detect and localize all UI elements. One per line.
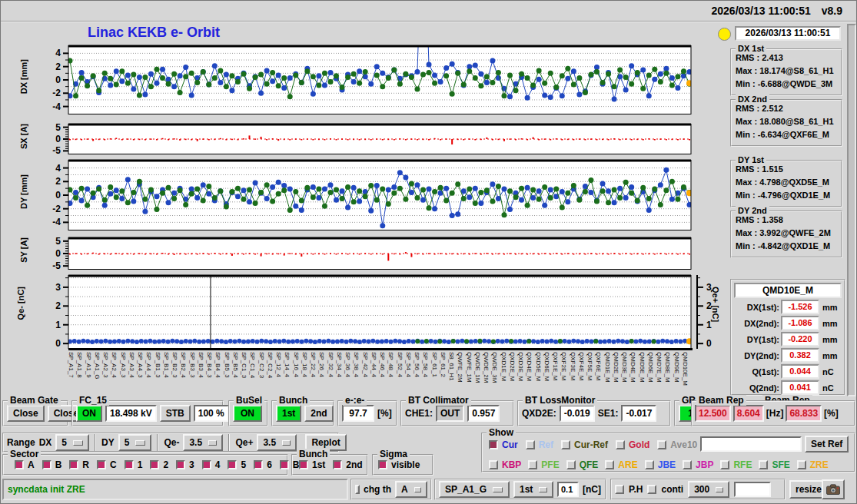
show-checkbox-KBP[interactable] — [489, 460, 498, 469]
sector-checkbox-C[interactable] — [97, 460, 106, 469]
separator — [228, 434, 230, 451]
show-checkbox-Ref[interactable] — [526, 440, 535, 449]
bpm-label-QMD6E_M: QMD6E_M — [647, 352, 654, 383]
show-label-JBP: JBP — [696, 459, 713, 470]
show-item-Ave10[interactable]: Ave10 — [657, 439, 697, 450]
show-item-ARE[interactable]: ARE — [605, 459, 637, 470]
show-item-SFE[interactable]: SFE — [759, 459, 789, 470]
range-qep-dropdown[interactable]: 3.5 — [257, 434, 297, 451]
busel-on-button[interactable]: ON — [233, 405, 262, 422]
sector-item-2[interactable]: 2 — [150, 459, 168, 470]
mode-dropdown[interactable]: A — [395, 481, 427, 498]
bpm-label-QXD4E_M: QXD4E_M — [526, 352, 533, 381]
show-checkbox-Ave10[interactable] — [657, 440, 666, 449]
sector-item-A[interactable]: A — [15, 459, 35, 470]
vertical-scrollbar[interactable] — [847, 24, 856, 396]
sector-item-C[interactable]: C — [97, 459, 117, 470]
show-item-PFE[interactable]: PFE — [528, 459, 559, 470]
show-item-ZRE[interactable]: ZRE — [797, 459, 829, 470]
show-item-RFE[interactable]: RFE — [720, 459, 752, 470]
monitor-dropdown[interactable]: SP_A1_G — [439, 481, 510, 498]
conti-checkbox[interactable] — [647, 485, 656, 494]
beam-gate-close-button-1[interactable]: Close — [7, 405, 45, 422]
aux-entry[interactable] — [734, 482, 771, 497]
bpm-label-SP_26_4: SP_26_4 — [318, 352, 325, 377]
show-checkbox-JBP[interactable] — [683, 460, 692, 469]
show-checkbox-PFE[interactable] — [528, 460, 537, 469]
svg-text:4: 4 — [55, 48, 61, 58]
show-label-JBE: JBE — [658, 459, 676, 470]
sx-steering-chart: 50-5 — [38, 124, 729, 154]
show-checkbox-QFE[interactable] — [566, 460, 576, 469]
sector-checkbox-1[interactable] — [125, 460, 134, 469]
fc15-stb-button[interactable]: STB — [160, 405, 191, 422]
sector-checkbox-B[interactable] — [42, 460, 51, 469]
sector-item-3[interactable]: 3 — [176, 459, 194, 470]
show-item-KBP[interactable]: KBP — [489, 459, 521, 470]
sector-checkbox-6[interactable] — [254, 460, 263, 469]
show-item-Ref[interactable]: Ref — [526, 439, 553, 450]
chg-th-checkbox[interactable] — [355, 485, 360, 494]
sector-checkbox-2[interactable] — [150, 460, 159, 469]
sector-checkbox-A[interactable] — [15, 460, 24, 469]
points-dropdown[interactable]: 300 — [688, 481, 729, 498]
bunch-dropdown[interactable]: 1st — [513, 481, 553, 498]
show-item-Cur-Ref[interactable]: Cur-Ref — [561, 439, 608, 450]
bpm-label-SP_32_4: SP_32_4 — [327, 352, 334, 377]
screenshot-button[interactable] — [822, 479, 845, 499]
show-item-QFE[interactable]: QFE — [566, 459, 599, 470]
bpm-label-SP_A1_7: SP_A1_7 — [68, 352, 75, 378]
show-checkbox-SFE[interactable] — [759, 460, 768, 469]
bpm-label-SP_B4_4: SP_B4_4 — [214, 352, 221, 378]
show-item-JBE[interactable]: JBE — [645, 459, 676, 470]
sigma-checkbox-visible[interactable] — [378, 460, 387, 469]
sector-checkbox-5[interactable] — [228, 460, 237, 469]
range-dx-dropdown[interactable]: 5 — [55, 434, 89, 451]
sector-item-1[interactable]: 1 — [125, 459, 143, 470]
bunch-2nd-button[interactable]: 2nd — [304, 405, 333, 422]
sector-checkbox-BT[interactable] — [280, 460, 289, 469]
min-value: -4.842@QXD1E_M — [758, 241, 831, 250]
busel-label: BuSel — [234, 395, 264, 406]
ph-checkbox[interactable] — [615, 485, 624, 494]
sector-checkbox-4[interactable] — [202, 460, 211, 469]
show-label-KBP: KBP — [502, 459, 521, 470]
show-item-Gold[interactable]: Gold — [616, 439, 649, 450]
sector-item-4[interactable]: 4 — [202, 459, 221, 470]
sector-item-R[interactable]: R — [69, 459, 89, 470]
sector-item-B[interactable]: B — [42, 459, 62, 470]
show-checkbox-Cur[interactable] — [489, 440, 498, 449]
bunch-item-1st[interactable]: 1st — [299, 459, 325, 470]
bunch-item-2nd[interactable]: 2nd — [333, 459, 362, 470]
sector-label-B: B — [55, 459, 62, 470]
sector-checkbox-R[interactable] — [69, 460, 78, 469]
sector-item-5[interactable]: 5 — [228, 459, 246, 470]
bunch-checkbox-1st[interactable] — [299, 460, 308, 469]
show-checkbox-ZRE[interactable] — [797, 460, 806, 469]
show-checkbox-RFE[interactable] — [720, 460, 729, 469]
svg-text:-5: -5 — [52, 145, 61, 156]
range-qem-dropdown[interactable]: 3.5 — [183, 434, 223, 451]
bunch-1st-button[interactable]: 1st — [276, 405, 301, 422]
bpm-label-SP_12_4: SP_12_4 — [275, 352, 282, 377]
selected-monitor-name[interactable]: QMD10E_M — [734, 283, 842, 298]
sector-checkbox-3[interactable] — [176, 460, 185, 469]
sigma-item-visible[interactable]: visible — [378, 459, 420, 470]
show-checkbox-ARE[interactable] — [605, 460, 614, 469]
show-item-Cur[interactable]: Cur — [489, 439, 518, 450]
bunch-checkbox-2nd[interactable] — [333, 460, 342, 469]
set-ref-button[interactable]: Set Ref — [805, 436, 849, 453]
reference-entry[interactable] — [700, 436, 802, 452]
rms-label: RMS : — [736, 215, 759, 224]
show-item-JBP[interactable]: JBP — [683, 459, 713, 470]
show-checkbox-Cur-Ref[interactable] — [561, 440, 570, 449]
stats-title: DY 1st — [736, 155, 766, 165]
fc15-on-button[interactable]: ON — [76, 405, 102, 422]
show-checkbox-JBE[interactable] — [645, 460, 654, 469]
threshold-entry[interactable]: 0.1 — [557, 482, 579, 497]
show-label-Cur: Cur — [502, 439, 518, 450]
range-dy-dropdown[interactable]: 5 — [118, 434, 152, 451]
sector-item-6[interactable]: 6 — [254, 459, 272, 470]
show-checkbox-Gold[interactable] — [616, 440, 625, 449]
min-label: Min : — [736, 79, 756, 88]
